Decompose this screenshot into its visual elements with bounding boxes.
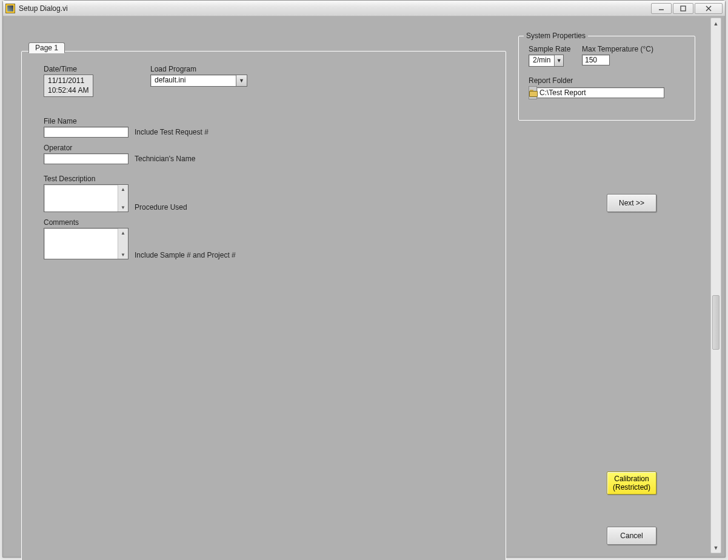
samplerate-combo[interactable]: 2/min ▼: [529, 55, 564, 67]
filename-hint: Include Test Request #: [135, 128, 209, 136]
testdesc-hint: Procedure Used: [135, 203, 187, 212]
loadprogram-value: default.ini: [151, 75, 236, 86]
cancel-button-label: Cancel: [620, 532, 643, 540]
scroll-track[interactable]: [711, 28, 721, 542]
titlebar[interactable]: Setup Dialog.vi: [3, 1, 725, 16]
folder-browse-button[interactable]: [529, 86, 537, 99]
testdesc-input[interactable]: ▲ ▼: [44, 184, 129, 212]
operator-input[interactable]: [44, 153, 129, 164]
scroll-down-icon[interactable]: ▼: [118, 250, 128, 259]
next-button[interactable]: Next >>: [607, 194, 656, 212]
datetime-label: Date/Time: [44, 65, 77, 73]
operator-label: Operator: [44, 144, 72, 152]
system-properties-title: System Properties: [524, 32, 588, 40]
comments-input[interactable]: ▲ ▼: [44, 228, 129, 259]
scroll-up-icon[interactable]: ▲: [711, 18, 721, 28]
app-window: Setup Dialog.vi Page 1 Date/Time 11/11/2…: [2, 0, 726, 558]
testdesc-label: Test Description: [44, 175, 95, 183]
comments-scrollbar[interactable]: ▲ ▼: [118, 228, 128, 259]
comments-hint: Include Sample # and Project #: [135, 251, 236, 259]
samplerate-value: 2/min: [529, 55, 554, 66]
tab-page1[interactable]: Page 1: [28, 42, 65, 53]
datetime-field[interactable]: 11/11/2011 10:52:44 AM: [44, 75, 93, 97]
scroll-up-icon[interactable]: ▲: [118, 228, 128, 237]
app-icon: [5, 4, 15, 13]
calibration-button[interactable]: Calibration (Restricted): [607, 472, 656, 495]
testdesc-scrollbar[interactable]: ▲ ▼: [118, 185, 128, 212]
svg-rect-1: [681, 6, 686, 11]
date-value: 11/11/2011: [48, 76, 89, 86]
maximize-button[interactable]: [673, 3, 693, 14]
samplerate-label: Sample Rate: [529, 45, 570, 53]
close-icon: [705, 5, 712, 12]
time-value: 10:52:44 AM: [48, 86, 89, 96]
comments-label: Comments: [44, 218, 79, 227]
reportfolder-input[interactable]: [537, 87, 664, 98]
calibration-label-1: Calibration: [614, 475, 649, 483]
maxtemp-label: Max Temperature (°C): [582, 45, 653, 53]
maximize-icon: [680, 5, 686, 12]
folder-icon: [529, 88, 535, 97]
window-title: Setup Dialog.vi: [19, 4, 68, 13]
scroll-thumb[interactable]: [712, 295, 720, 350]
operator-hint: Technician's Name: [135, 155, 195, 163]
loadprogram-combo[interactable]: default.ini ▼: [150, 75, 247, 87]
loadprogram-label: Load Program: [150, 65, 196, 73]
close-button[interactable]: [695, 3, 723, 14]
minimize-button[interactable]: [651, 3, 672, 14]
filename-label: File Name: [44, 117, 77, 125]
chevron-down-icon[interactable]: ▼: [554, 55, 563, 66]
calibration-label-2: (Restricted): [613, 483, 650, 492]
window-vscrollbar[interactable]: ▲ ▼: [710, 18, 721, 553]
scroll-down-icon[interactable]: ▼: [118, 203, 128, 212]
reportfolder-label: Report Folder: [529, 76, 573, 85]
scroll-up-icon[interactable]: ▲: [118, 185, 128, 193]
filename-input[interactable]: [44, 127, 129, 138]
next-button-label: Next >>: [619, 199, 644, 207]
maxtemp-input[interactable]: [582, 55, 610, 65]
page1-panel: Date/Time 11/11/2011 10:52:44 AM Load Pr…: [21, 51, 506, 560]
tab-page1-label: Page 1: [35, 44, 58, 52]
client-area: Page 1 Date/Time 11/11/2011 10:52:44 AM …: [7, 18, 709, 553]
system-properties-group: System Properties Sample Rate 2/min ▼ Ma…: [518, 36, 695, 121]
cancel-button[interactable]: Cancel: [607, 527, 656, 545]
scroll-down-icon[interactable]: ▼: [711, 542, 721, 553]
chevron-down-icon[interactable]: ▼: [236, 75, 247, 86]
minimize-icon: [658, 5, 664, 12]
